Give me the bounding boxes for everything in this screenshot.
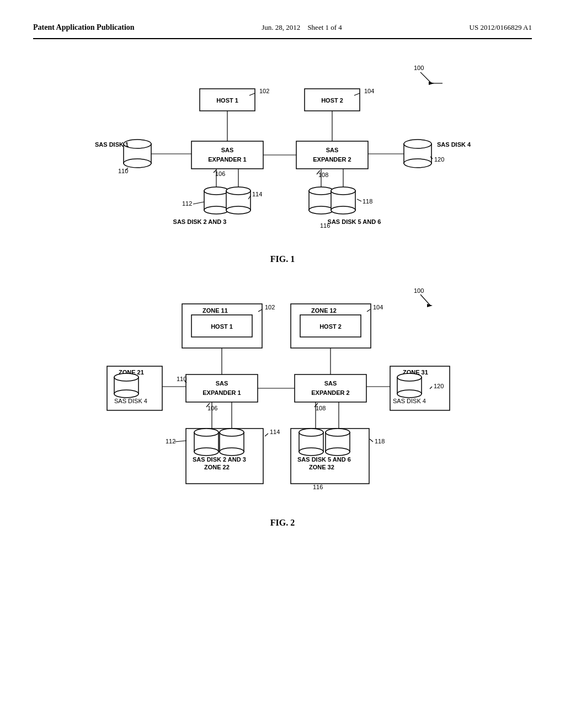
svg-point-81 — [299, 429, 323, 436]
fig2-host2-label: HOST 2 — [319, 323, 342, 330]
svg-point-82 — [299, 448, 323, 456]
ref2-100-label: 100 — [414, 287, 424, 294]
svg-line-86 — [370, 439, 373, 442]
sas-disk4-label: SAS DISK 4 — [437, 141, 471, 148]
fig1-label: FIG. 1 — [270, 254, 295, 264]
ref-112: 112 — [182, 200, 192, 207]
ref-118: 118 — [363, 198, 372, 205]
sas-exp2-label1: SAS — [326, 147, 339, 153]
svg-point-12 — [124, 159, 151, 168]
svg-point-58 — [114, 390, 138, 398]
svg-point-84 — [326, 429, 350, 436]
ref-106: 106 — [215, 170, 225, 177]
ref-108: 108 — [318, 172, 328, 178]
svg-point-37 — [331, 206, 355, 214]
ref-104: 104 — [364, 88, 374, 94]
svg-rect-49 — [186, 374, 258, 402]
svg-point-28 — [226, 187, 250, 195]
svg-point-73 — [194, 448, 218, 456]
svg-point-36 — [331, 187, 355, 195]
sas-exp2-box — [296, 141, 368, 169]
publication-title: Patent Application Publication — [33, 22, 135, 33]
fig1-diagram: 100 HOST 1 102 HOST 2 104 SAS EXPANDER 1 — [89, 56, 476, 249]
ref2-112: 112 — [166, 438, 175, 445]
svg-point-72 — [194, 429, 218, 436]
ref2-102: 102 — [265, 304, 275, 311]
svg-point-75 — [220, 429, 244, 436]
sas-exp1-box — [191, 141, 263, 169]
svg-point-26 — [204, 206, 228, 214]
ref2-104: 104 — [373, 304, 383, 311]
fig2-sas-exp2-label1: SAS — [324, 380, 337, 387]
svg-marker-40 — [427, 304, 433, 307]
svg-point-25 — [204, 187, 228, 195]
svg-line-38 — [357, 199, 361, 201]
svg-point-33 — [309, 187, 333, 195]
fig2-sas-exp1-label1: SAS — [216, 380, 228, 387]
figure-1-container: 100 HOST 1 102 HOST 2 104 SAS EXPANDER 1 — [33, 56, 532, 264]
fig2-label: FIG. 2 — [270, 518, 295, 528]
svg-point-57 — [114, 373, 138, 381]
fig2-sas-exp1-label2: EXPANDER 1 — [202, 389, 241, 396]
page-header: Patent Application Publication Jun. 28, … — [33, 22, 532, 39]
publication-date-sheet: Jun. 28, 2012 Sheet 1 of 4 — [262, 22, 342, 34]
zone11-label: ZONE 11 — [202, 307, 228, 314]
sas-disk4-zone21-label: SAS DISK 4 — [114, 398, 147, 404]
svg-point-34 — [309, 206, 333, 214]
ref-114: 114 — [252, 191, 262, 197]
svg-line-77 — [175, 441, 186, 442]
sas-exp1-label1: SAS — [221, 147, 234, 153]
svg-marker-2 — [429, 82, 434, 85]
zone32-label: ZONE 32 — [309, 464, 334, 470]
svg-point-63 — [397, 390, 422, 398]
svg-point-85 — [326, 448, 350, 456]
ref-120: 120 — [434, 156, 444, 163]
sas-disk56-label: SAS DISK 5 AND 6 — [328, 218, 381, 225]
svg-rect-52 — [295, 374, 366, 402]
svg-point-17 — [404, 159, 431, 168]
svg-line-30 — [193, 202, 204, 204]
sas-disk23-label: SAS DISK 2 AND 3 — [173, 218, 227, 225]
ref-110: 110 — [118, 168, 128, 174]
ref2-114: 114 — [270, 429, 280, 435]
sas-exp2-label2: EXPANDER 2 — [313, 156, 351, 163]
svg-point-76 — [220, 448, 244, 456]
host2-label: HOST 2 — [321, 97, 343, 104]
sas-disk1-label: SAS DISK 1 — [95, 141, 129, 148]
sas-disk4-zone31-label: SAS DISK 4 — [393, 398, 426, 404]
host1-label: HOST 1 — [216, 97, 238, 104]
ref2-106: 106 — [207, 405, 217, 411]
fig2-sas-exp2-label2: EXPANDER 2 — [311, 389, 349, 396]
svg-point-62 — [397, 373, 422, 381]
svg-point-29 — [226, 206, 250, 214]
ref2-118: 118 — [375, 438, 385, 445]
page: Patent Application Publication Jun. 28, … — [0, 0, 565, 728]
sas-exp1-label2: EXPANDER 1 — [208, 156, 246, 163]
sas-disk23-zone22-label: SAS DISK 2 AND 3 — [193, 456, 246, 463]
zone12-label: ZONE 12 — [311, 307, 337, 314]
fig2-host1-label: HOST 1 — [211, 323, 233, 330]
svg-line-0 — [420, 72, 431, 83]
publication-number: US 2012/0166829 A1 — [470, 22, 532, 34]
ref-100-label: 100 — [414, 65, 424, 71]
svg-point-16 — [404, 140, 431, 148]
ref2-108: 108 — [316, 405, 326, 411]
ref2-116: 116 — [313, 484, 323, 490]
figure-2-container: 100 ZONE 11 102 HOST 1 ZONE 12 104 HOST … — [33, 281, 532, 528]
sas-disk56-zone32-label: SAS DISK 5 AND 6 — [297, 456, 351, 463]
svg-line-78 — [265, 433, 268, 436]
ref2-120: 120 — [434, 383, 444, 389]
zone22-label: ZONE 22 — [204, 464, 230, 470]
ref-102: 102 — [259, 88, 269, 94]
svg-line-39 — [420, 295, 430, 306]
fig2-diagram: 100 ZONE 11 102 HOST 1 ZONE 12 104 HOST … — [84, 281, 481, 512]
